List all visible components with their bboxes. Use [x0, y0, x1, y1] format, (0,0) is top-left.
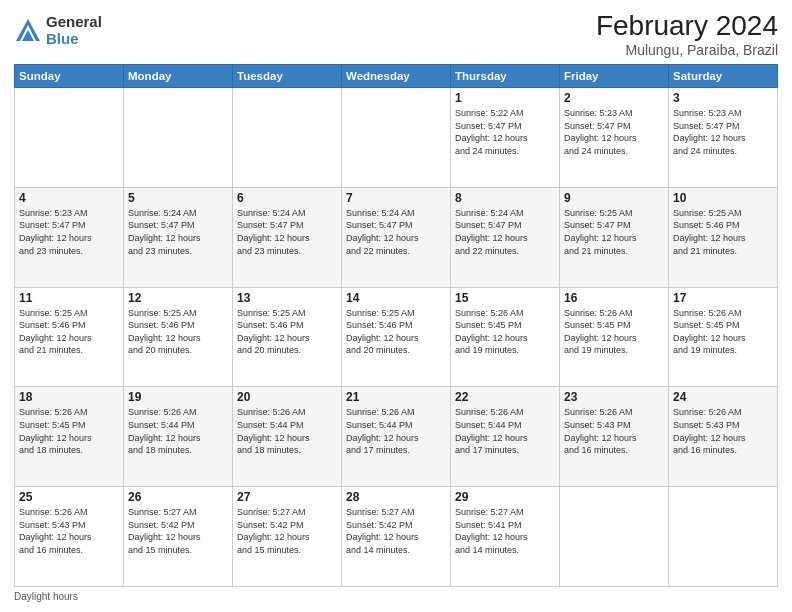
calendar-cell: 13Sunrise: 5:25 AM Sunset: 5:46 PM Dayli…	[233, 287, 342, 387]
day-number: 13	[237, 291, 337, 305]
day-number: 22	[455, 390, 555, 404]
calendar-cell	[15, 88, 124, 188]
day-info: Sunrise: 5:25 AM Sunset: 5:46 PM Dayligh…	[237, 307, 337, 357]
calendar-header-row: SundayMondayTuesdayWednesdayThursdayFrid…	[15, 65, 778, 88]
day-number: 10	[673, 191, 773, 205]
day-info: Sunrise: 5:26 AM Sunset: 5:45 PM Dayligh…	[673, 307, 773, 357]
day-info: Sunrise: 5:26 AM Sunset: 5:45 PM Dayligh…	[19, 406, 119, 456]
day-number: 8	[455, 191, 555, 205]
calendar-cell: 15Sunrise: 5:26 AM Sunset: 5:45 PM Dayli…	[451, 287, 560, 387]
calendar-cell	[560, 487, 669, 587]
day-number: 5	[128, 191, 228, 205]
day-info: Sunrise: 5:26 AM Sunset: 5:45 PM Dayligh…	[455, 307, 555, 357]
calendar-cell: 29Sunrise: 5:27 AM Sunset: 5:41 PM Dayli…	[451, 487, 560, 587]
day-info: Sunrise: 5:26 AM Sunset: 5:43 PM Dayligh…	[564, 406, 664, 456]
logo-icon	[14, 17, 42, 45]
day-info: Sunrise: 5:27 AM Sunset: 5:41 PM Dayligh…	[455, 506, 555, 556]
calendar-week-5: 25Sunrise: 5:26 AM Sunset: 5:43 PM Dayli…	[15, 487, 778, 587]
day-info: Sunrise: 5:25 AM Sunset: 5:47 PM Dayligh…	[564, 207, 664, 257]
calendar-cell: 16Sunrise: 5:26 AM Sunset: 5:45 PM Dayli…	[560, 287, 669, 387]
calendar-cell: 28Sunrise: 5:27 AM Sunset: 5:42 PM Dayli…	[342, 487, 451, 587]
calendar-cell: 9Sunrise: 5:25 AM Sunset: 5:47 PM Daylig…	[560, 187, 669, 287]
day-number: 23	[564, 390, 664, 404]
day-info: Sunrise: 5:24 AM Sunset: 5:47 PM Dayligh…	[128, 207, 228, 257]
page: General Blue February 2024 Mulungu, Para…	[0, 0, 792, 612]
day-info: Sunrise: 5:26 AM Sunset: 5:44 PM Dayligh…	[128, 406, 228, 456]
day-number: 4	[19, 191, 119, 205]
calendar-week-1: 1Sunrise: 5:22 AM Sunset: 5:47 PM Daylig…	[15, 88, 778, 188]
calendar-cell: 20Sunrise: 5:26 AM Sunset: 5:44 PM Dayli…	[233, 387, 342, 487]
calendar-week-4: 18Sunrise: 5:26 AM Sunset: 5:45 PM Dayli…	[15, 387, 778, 487]
day-info: Sunrise: 5:26 AM Sunset: 5:44 PM Dayligh…	[237, 406, 337, 456]
calendar-cell: 22Sunrise: 5:26 AM Sunset: 5:44 PM Dayli…	[451, 387, 560, 487]
day-number: 6	[237, 191, 337, 205]
day-number: 27	[237, 490, 337, 504]
logo-blue: Blue	[46, 31, 102, 48]
calendar-cell: 11Sunrise: 5:25 AM Sunset: 5:46 PM Dayli…	[15, 287, 124, 387]
day-info: Sunrise: 5:24 AM Sunset: 5:47 PM Dayligh…	[237, 207, 337, 257]
day-info: Sunrise: 5:23 AM Sunset: 5:47 PM Dayligh…	[564, 107, 664, 157]
logo-general: General	[46, 14, 102, 31]
day-number: 1	[455, 91, 555, 105]
day-info: Sunrise: 5:26 AM Sunset: 5:44 PM Dayligh…	[455, 406, 555, 456]
header: General Blue February 2024 Mulungu, Para…	[14, 10, 778, 58]
day-info: Sunrise: 5:23 AM Sunset: 5:47 PM Dayligh…	[19, 207, 119, 257]
day-info: Sunrise: 5:25 AM Sunset: 5:46 PM Dayligh…	[346, 307, 446, 357]
calendar-week-2: 4Sunrise: 5:23 AM Sunset: 5:47 PM Daylig…	[15, 187, 778, 287]
day-number: 29	[455, 490, 555, 504]
calendar-cell: 7Sunrise: 5:24 AM Sunset: 5:47 PM Daylig…	[342, 187, 451, 287]
calendar-cell	[342, 88, 451, 188]
calendar-header-thursday: Thursday	[451, 65, 560, 88]
day-info: Sunrise: 5:23 AM Sunset: 5:47 PM Dayligh…	[673, 107, 773, 157]
calendar-cell: 2Sunrise: 5:23 AM Sunset: 5:47 PM Daylig…	[560, 88, 669, 188]
day-info: Sunrise: 5:27 AM Sunset: 5:42 PM Dayligh…	[237, 506, 337, 556]
calendar-cell: 19Sunrise: 5:26 AM Sunset: 5:44 PM Dayli…	[124, 387, 233, 487]
day-number: 17	[673, 291, 773, 305]
title-block: February 2024 Mulungu, Paraiba, Brazil	[596, 10, 778, 58]
daylight-hours-label: Daylight hours	[14, 591, 78, 602]
day-number: 2	[564, 91, 664, 105]
calendar-cell: 5Sunrise: 5:24 AM Sunset: 5:47 PM Daylig…	[124, 187, 233, 287]
day-info: Sunrise: 5:27 AM Sunset: 5:42 PM Dayligh…	[346, 506, 446, 556]
calendar-cell: 8Sunrise: 5:24 AM Sunset: 5:47 PM Daylig…	[451, 187, 560, 287]
footer-note: Daylight hours	[14, 591, 778, 602]
logo-text: General Blue	[46, 14, 102, 47]
calendar-cell	[669, 487, 778, 587]
calendar-cell: 10Sunrise: 5:25 AM Sunset: 5:46 PM Dayli…	[669, 187, 778, 287]
calendar-cell: 21Sunrise: 5:26 AM Sunset: 5:44 PM Dayli…	[342, 387, 451, 487]
day-number: 9	[564, 191, 664, 205]
day-info: Sunrise: 5:25 AM Sunset: 5:46 PM Dayligh…	[19, 307, 119, 357]
calendar-cell: 27Sunrise: 5:27 AM Sunset: 5:42 PM Dayli…	[233, 487, 342, 587]
calendar-header-tuesday: Tuesday	[233, 65, 342, 88]
day-number: 3	[673, 91, 773, 105]
calendar-cell: 14Sunrise: 5:25 AM Sunset: 5:46 PM Dayli…	[342, 287, 451, 387]
day-info: Sunrise: 5:25 AM Sunset: 5:46 PM Dayligh…	[128, 307, 228, 357]
calendar-header-monday: Monday	[124, 65, 233, 88]
calendar-header-saturday: Saturday	[669, 65, 778, 88]
day-number: 24	[673, 390, 773, 404]
location: Mulungu, Paraiba, Brazil	[596, 42, 778, 58]
calendar-cell: 25Sunrise: 5:26 AM Sunset: 5:43 PM Dayli…	[15, 487, 124, 587]
day-number: 25	[19, 490, 119, 504]
day-number: 12	[128, 291, 228, 305]
day-number: 19	[128, 390, 228, 404]
day-info: Sunrise: 5:24 AM Sunset: 5:47 PM Dayligh…	[455, 207, 555, 257]
day-info: Sunrise: 5:27 AM Sunset: 5:42 PM Dayligh…	[128, 506, 228, 556]
calendar-cell	[233, 88, 342, 188]
calendar-header-sunday: Sunday	[15, 65, 124, 88]
day-info: Sunrise: 5:25 AM Sunset: 5:46 PM Dayligh…	[673, 207, 773, 257]
day-number: 16	[564, 291, 664, 305]
calendar-cell: 6Sunrise: 5:24 AM Sunset: 5:47 PM Daylig…	[233, 187, 342, 287]
calendar-header-wednesday: Wednesday	[342, 65, 451, 88]
month-year: February 2024	[596, 10, 778, 42]
calendar-cell: 18Sunrise: 5:26 AM Sunset: 5:45 PM Dayli…	[15, 387, 124, 487]
calendar-week-3: 11Sunrise: 5:25 AM Sunset: 5:46 PM Dayli…	[15, 287, 778, 387]
day-number: 20	[237, 390, 337, 404]
calendar-cell: 3Sunrise: 5:23 AM Sunset: 5:47 PM Daylig…	[669, 88, 778, 188]
day-info: Sunrise: 5:22 AM Sunset: 5:47 PM Dayligh…	[455, 107, 555, 157]
day-info: Sunrise: 5:26 AM Sunset: 5:45 PM Dayligh…	[564, 307, 664, 357]
calendar: SundayMondayTuesdayWednesdayThursdayFrid…	[14, 64, 778, 587]
calendar-cell: 12Sunrise: 5:25 AM Sunset: 5:46 PM Dayli…	[124, 287, 233, 387]
day-info: Sunrise: 5:26 AM Sunset: 5:43 PM Dayligh…	[19, 506, 119, 556]
day-number: 7	[346, 191, 446, 205]
